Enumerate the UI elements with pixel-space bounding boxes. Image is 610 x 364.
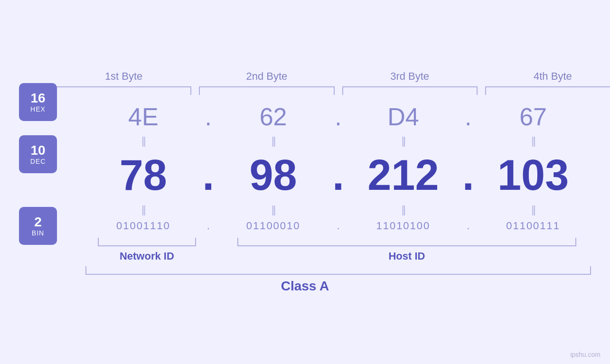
hex-badge-num: 16 [30, 91, 45, 106]
top-brackets [52, 86, 610, 95]
host-bracket [237, 238, 576, 246]
dec-val-4: 103 [475, 151, 591, 200]
byte-header-3: 3rd Byte [338, 70, 481, 83]
equals-1-4: || [475, 135, 591, 147]
bin-val-3: 11010100 [346, 220, 461, 232]
hex-badge-label: HEX [30, 105, 46, 113]
dot-dec-1: . [201, 151, 216, 200]
hex-badge-row: 16 HEX [19, 103, 85, 140]
bin-val-2: 01100010 [216, 220, 331, 232]
main-container: 1st Byte 2nd Byte 3rd Byte 4th Byte 16 H… [0, 0, 610, 364]
bin-badge: 2 BIN [19, 207, 57, 245]
dot-hex-3: . [461, 103, 475, 131]
bracket-top-4 [485, 86, 610, 95]
equals-row-1: || || || || [85, 135, 591, 147]
dot-dec-3: . [461, 151, 475, 200]
hex-val-1: 4E [85, 103, 201, 131]
values-column: 4E . 62 . D4 . 67 || || || || 78 [85, 103, 591, 262]
hex-val-3: D4 [346, 103, 461, 131]
hex-val-2: 62 [216, 103, 331, 131]
equals-1-3: || [346, 135, 461, 147]
bracket-top-1 [56, 86, 191, 95]
bin-badge-num: 2 [34, 215, 42, 230]
dec-badge-row: 10 DEC [19, 155, 85, 193]
hex-val-4: 67 [475, 103, 591, 131]
hex-badge: 16 HEX [19, 83, 57, 121]
class-label: Class A [19, 279, 591, 294]
dot-dec-2: . [331, 151, 346, 200]
equals-1-2: || [216, 135, 331, 147]
byte-header-2: 2nd Byte [195, 70, 338, 83]
byte-header-1: 1st Byte [52, 70, 195, 83]
bin-row: 01001110 . 01100010 . 11010100 . 0110011… [85, 220, 591, 232]
host-id-section: Host ID [223, 238, 591, 262]
equals-row-2: || || || || [85, 204, 591, 216]
network-id-label: Network ID [120, 250, 174, 262]
bin-val-1: 01001110 [85, 220, 201, 232]
dot-bin-2: . [331, 220, 346, 232]
network-bracket [98, 238, 196, 246]
watermark: ipshu.com [570, 351, 601, 358]
dot-bin-1: . [201, 220, 216, 232]
bin-val-4: 01100111 [475, 220, 591, 232]
dec-val-3: 212 [346, 151, 461, 200]
equals-2-2: || [216, 204, 331, 216]
dec-badge: 10 DEC [19, 135, 57, 173]
dec-val-1: 78 [85, 151, 201, 200]
bin-badge-label: BIN [32, 229, 44, 237]
byte-headers: 1st Byte 2nd Byte 3rd Byte 4th Byte [52, 70, 610, 83]
dot-hex-2: . [331, 103, 346, 131]
dot-bin-3: . [461, 220, 475, 232]
dec-badge-label: DEC [30, 158, 46, 165]
hex-row: 4E . 62 . D4 . 67 [85, 103, 591, 131]
equals-2-1: || [85, 204, 201, 216]
dec-badge-num: 10 [30, 143, 45, 158]
dec-row: 78 . 98 . 212 . 103 [85, 151, 591, 200]
bracket-labels-row: Network ID Host ID [85, 238, 591, 262]
content-area: 16 HEX 10 DEC 2 BIN [19, 103, 591, 262]
equals-2-3: || [346, 204, 461, 216]
network-id-section: Network ID [85, 238, 208, 262]
host-id-label: Host ID [388, 250, 425, 262]
class-section: Class A [19, 266, 591, 294]
byte-header-4: 4th Byte [481, 70, 610, 83]
label-column: 16 HEX 10 DEC 2 BIN [19, 103, 85, 245]
dec-val-2: 98 [216, 151, 331, 200]
class-bracket [85, 266, 591, 275]
equals-2-4: || [475, 204, 591, 216]
dot-hex-1: . [201, 103, 216, 131]
equals-1-1: || [85, 135, 201, 147]
bin-badge-row: 2 BIN [19, 207, 85, 245]
bracket-top-3 [342, 86, 478, 95]
bracket-top-2 [199, 86, 334, 95]
